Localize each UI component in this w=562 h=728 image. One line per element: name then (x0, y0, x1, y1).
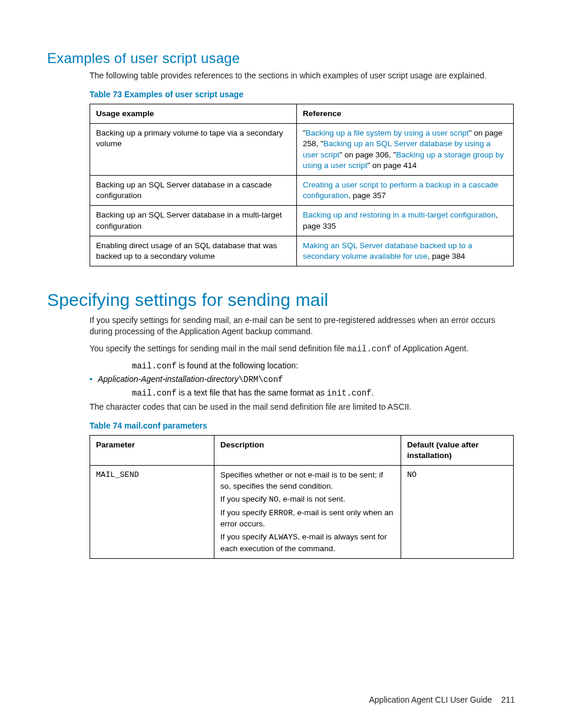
text-span: If you specify (220, 532, 269, 541)
bullet-item: •Application-Agent-installation-director… (90, 374, 515, 384)
filename: init.conf (327, 388, 372, 398)
usage-cell: Backing up an SQL Server database in a c… (90, 175, 297, 205)
usage-cell: Enabling direct usage of an SQL database… (90, 236, 297, 266)
table-header-row: Parameter Description Default (value aft… (90, 435, 514, 465)
value: ERROR (269, 509, 293, 518)
page-number: 211 (501, 695, 515, 704)
mail-paragraph-1: If you specify settings for sending mail… (90, 315, 515, 337)
text-span: is found at the following location: (177, 361, 298, 370)
value: ALWAYS (269, 533, 298, 542)
header-parameter: Parameter (90, 435, 214, 465)
reference-cell: Making an SQL Server database backed up … (297, 236, 514, 266)
table-74-caption: Table 74 mail.conf parameters (90, 421, 515, 430)
intro-paragraph: The following table provides references … (90, 70, 515, 81)
table-row: MAIL_SEND Specifies whether or not e-mai… (90, 466, 514, 559)
table-row: Backing up an SQL Server database in a m… (90, 206, 514, 236)
table-row: Backing up a primary volume to tape via … (90, 124, 514, 176)
reference-cell: Backing up and restoring in a multi-targ… (297, 206, 514, 236)
header-reference: Reference (297, 104, 514, 123)
mail-paragraph-5: The character codes that can be used in … (90, 401, 515, 413)
table-73-caption: Table 73 Examples of user script usage (90, 90, 515, 99)
reference-link[interactable]: Backing up a file system by using a user… (306, 129, 469, 137)
ref-text: , page 357 (348, 191, 386, 200)
text-span: You specify the settings for sending mai… (90, 344, 347, 353)
mail-paragraph-4: mail.conf is a text file that has the sa… (132, 388, 515, 398)
header-description: Description (214, 435, 401, 465)
mail-paragraph-3: mail.conf is found at the following loca… (132, 361, 515, 371)
section-heading-mail: Specifying settings for sending mail (47, 290, 515, 310)
footer-title: Application Agent CLI User Guide (369, 695, 492, 704)
bullet-icon: • (90, 374, 98, 384)
desc-line: Specifies whether or not e-mail is to be… (220, 470, 395, 491)
text-span: If you specify (220, 508, 269, 517)
reference-link[interactable]: Creating a user script to perform a back… (303, 180, 498, 200)
mail-paragraph-2: You specify the settings for sending mai… (90, 343, 515, 355)
table-row: Enabling direct usage of an SQL database… (90, 236, 514, 266)
table-header-row: Usage example Reference (90, 104, 514, 123)
header-usage-example: Usage example (90, 104, 297, 123)
desc-line: If you specify ERROR, e-mail is sent onl… (220, 508, 395, 529)
reference-cell: "Backing up a file system by using a use… (297, 124, 514, 176)
text-span: of Application Agent. (391, 344, 468, 353)
filename: mail.conf (132, 388, 177, 398)
ref-text: " on page 306, " (339, 150, 396, 159)
usage-cell: Backing up an SQL Server database in a m… (90, 206, 297, 236)
reference-link[interactable]: Backing up and restoring in a multi-targ… (303, 210, 495, 219)
parameter-cell: MAIL_SEND (90, 466, 214, 559)
default-cell: NO (401, 466, 514, 559)
usage-cell: Backing up a primary volume to tape via … (90, 124, 297, 176)
text-span: is a text file that has the same format … (177, 388, 327, 397)
desc-line: If you specify ALWAYS, e-mail is always … (220, 532, 395, 554)
path-suffix: \DRM\conf (239, 375, 283, 384)
text-span: , e-mail is not sent. (279, 495, 345, 503)
value: NO (269, 495, 279, 504)
desc-line: If you specify NO, e-mail is not sent. (220, 494, 395, 505)
reference-cell: Creating a user script to perform a back… (297, 175, 514, 205)
table-73: Usage example Reference Backing up a pri… (90, 104, 514, 266)
ref-text: " on page 414 (368, 161, 417, 170)
header-default: Default (value after installation) (401, 435, 514, 465)
filename: mail.conf (132, 361, 177, 371)
filename: mail.conf (347, 344, 392, 354)
install-dir: Application-Agent-installation-directory (98, 374, 239, 384)
table-row: Backing up an SQL Server database in a c… (90, 175, 514, 205)
page-footer: Application Agent CLI User Guide 211 (369, 695, 515, 704)
text-span: . (371, 388, 373, 397)
document-page: Examples of user script usage The follow… (0, 0, 562, 728)
section-heading-examples: Examples of user script usage (47, 50, 515, 67)
text-span: If you specify (220, 495, 269, 503)
ref-text: , page 384 (428, 252, 465, 261)
description-cell: Specifies whether or not e-mail is to be… (214, 466, 401, 559)
table-74: Parameter Description Default (value aft… (90, 435, 514, 559)
